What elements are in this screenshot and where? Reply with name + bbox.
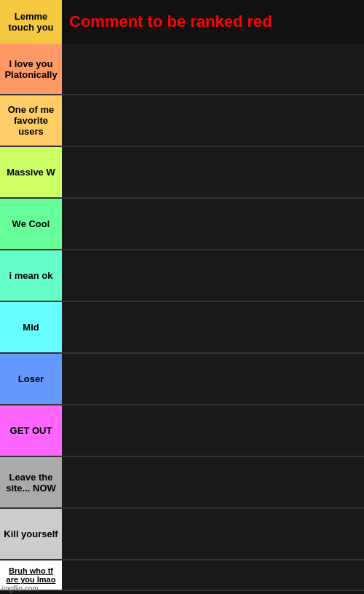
tier-label-3: We Cool <box>0 199 62 249</box>
tier-content-7 <box>62 405 364 456</box>
tier-label-0: I love you Platonically <box>0 44 62 94</box>
tier-row-5: Mid <box>0 302 364 354</box>
tier-label-6: Loser <box>0 354 62 404</box>
watermark: imgflip.com <box>1 585 39 593</box>
tier-label-7: GET OUT <box>0 405 62 456</box>
tier-row-0: I love you Platonically <box>0 44 364 95</box>
tier-content-1 <box>62 95 364 146</box>
tier-label-2: Massive W <box>0 147 62 197</box>
tier-label-8: Leave the site... NOW <box>0 457 62 507</box>
tier-content-0 <box>62 44 364 94</box>
tier-content-10 <box>62 561 364 590</box>
tier-row-2: Massive W <box>0 147 364 199</box>
tier-content-6 <box>62 354 364 404</box>
tier-label-1: One of me favorite users <box>0 95 62 146</box>
header-title: Comment to be ranked red <box>62 0 364 44</box>
tiers-container: I love you PlatonicallyOne of me favorit… <box>0 44 364 591</box>
tier-content-9 <box>62 509 364 559</box>
tier-content-4 <box>62 250 364 301</box>
tier-content-8 <box>62 457 364 507</box>
tier-content-5 <box>62 302 364 352</box>
tier-row-4: i mean ok <box>0 250 364 302</box>
tier-row-6: Loser <box>0 354 364 405</box>
tier-content-2 <box>62 147 364 197</box>
header-row: Lemme touch you Comment to be ranked red <box>0 0 364 44</box>
tier-row-9: Kill yourself <box>0 509 364 561</box>
tier-content-3 <box>62 199 364 249</box>
tier-label-5: Mid <box>0 302 62 352</box>
tier-row-8: Leave the site... NOW <box>0 457 364 509</box>
tier-row-7: GET OUT <box>0 405 364 457</box>
tier-row-1: One of me favorite users <box>0 95 364 147</box>
header-label: Lemme touch you <box>0 0 62 44</box>
tier-row-10: Bruh who tf are you lmao <box>0 561 364 591</box>
tier-label-9: Kill yourself <box>0 509 62 559</box>
tier-label-4: i mean ok <box>0 250 62 301</box>
tier-row-3: We Cool <box>0 199 364 250</box>
